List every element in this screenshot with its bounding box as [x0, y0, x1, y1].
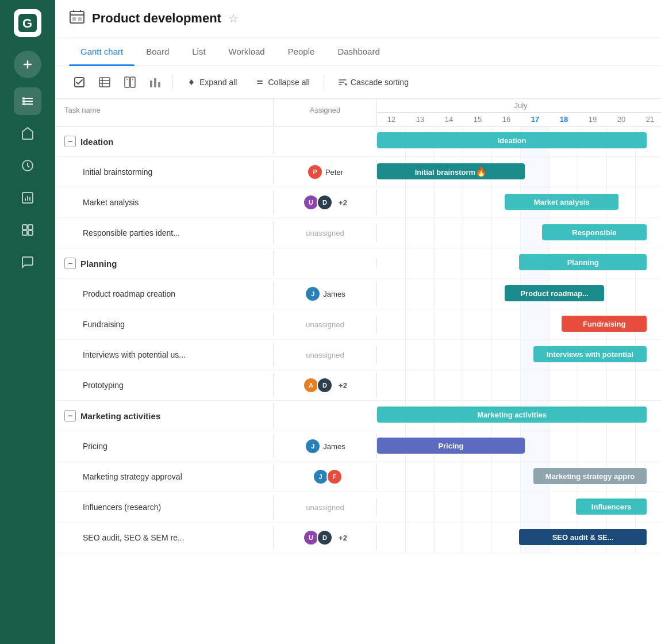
gantt-bar[interactable]: Market analysis — [505, 194, 618, 210]
assigned-cell: unassigned — [274, 224, 377, 242]
sidebar-item-reports[interactable] — [14, 184, 41, 212]
bar-label: Planning — [563, 258, 604, 267]
assignee-name: James — [323, 290, 345, 298]
task-name: Fundraising — [83, 320, 125, 329]
gantt-bar[interactable]: Fundraising — [562, 316, 647, 332]
sidebar-item-grid[interactable] — [14, 216, 41, 244]
timeline-row: Responsible — [377, 218, 661, 248]
day-col-15 — [463, 340, 492, 370]
gantt-body[interactable]: − Ideation Ideation Initial brainstormin… — [55, 126, 661, 644]
sidebar-item-home[interactable] — [14, 120, 41, 147]
bar-label: Product roadmap... — [516, 289, 593, 298]
timeline-row: Product roadmap... — [377, 279, 661, 309]
chart-icon-button[interactable] — [145, 72, 166, 93]
day-col-14 — [435, 340, 463, 370]
avatar: D — [317, 377, 333, 393]
month-label: July — [377, 99, 661, 113]
day-col-19 — [578, 157, 607, 187]
task-name: Marketing strategy approval — [83, 472, 182, 481]
unassigned-label: unassigned — [306, 229, 344, 237]
gantt-row: Marketing strategy approval JF Marketing… — [55, 462, 661, 492]
timeline-row: Marketing activities — [377, 401, 661, 431]
tab-dashboard[interactable]: Dashboard — [326, 37, 391, 66]
main-content: Product development ☆ Gantt chart Board … — [55, 0, 661, 644]
tab-workload[interactable]: Workload — [217, 37, 276, 66]
gantt-bar[interactable]: SEO audit & SE... — [519, 529, 647, 545]
assigned-cell: unassigned — [274, 346, 377, 364]
day-col-16 — [492, 218, 521, 248]
svg-rect-14 — [125, 77, 129, 87]
day-col-15 — [463, 370, 492, 400]
toolbar: Expand all Collapse all Cascade sorting — [55, 66, 661, 99]
task-cell: Responsible parties ident... — [55, 221, 274, 244]
gantt-view-icon-button[interactable] — [94, 72, 115, 93]
day-col-14 — [435, 462, 463, 492]
day-col-14 — [435, 187, 463, 217]
gantt-bar[interactable]: Product roadmap... — [505, 285, 604, 301]
gantt-bar[interactable]: Pricing — [377, 438, 525, 454]
gantt-row: Responsible parties ident... unassigned … — [55, 218, 661, 248]
assignee-name: James — [323, 442, 345, 451]
plus-badge: +2 — [339, 534, 347, 542]
collapse-all-button[interactable]: Collapse all — [248, 74, 316, 90]
day-col-19 — [578, 431, 607, 461]
collapse-marketing[interactable]: − — [64, 410, 76, 421]
day-col-13 — [406, 248, 435, 278]
task-cell: Influencers (research) — [55, 496, 274, 519]
cascade-sorting-button[interactable]: Cascade sorting — [331, 74, 416, 90]
favorite-icon[interactable]: ☆ — [228, 12, 239, 25]
day-col-20 — [607, 157, 636, 187]
gantt-bar[interactable]: Initial brainstorm🔥 — [377, 163, 525, 179]
gantt-bar[interactable]: Influencers — [576, 499, 647, 515]
add-button[interactable] — [14, 51, 41, 78]
task-cell: − Marketing activities — [55, 403, 274, 428]
gantt-bar[interactable]: Interviews with potential — [533, 346, 647, 362]
task-name: Initial brainstorming — [83, 167, 152, 177]
svg-rect-5 — [22, 225, 27, 229]
checkbox-icon-button[interactable] — [69, 72, 90, 93]
collapse-ideation[interactable]: − — [64, 136, 76, 147]
collapse-planning[interactable]: − — [64, 258, 76, 269]
tab-people[interactable]: People — [276, 37, 326, 66]
svg-rect-17 — [154, 78, 156, 87]
sidebar-item-time[interactable] — [14, 152, 41, 179]
timeline-row — [377, 370, 661, 400]
day-col-19 — [578, 370, 607, 400]
timeline-header: July 12131415161718192021 — [377, 99, 661, 126]
timeline-row: Fundraising — [377, 309, 661, 339]
timeline-row: Planning — [377, 248, 661, 278]
columns-icon-button[interactable] — [120, 72, 140, 93]
svg-rect-7 — [22, 231, 27, 235]
task-name: Responsible parties ident... — [83, 228, 180, 237]
tab-list[interactable]: List — [180, 37, 217, 66]
day-col-14 — [435, 248, 463, 278]
task-name: Prototyping — [83, 381, 124, 390]
task-cell: Prototyping — [55, 374, 274, 397]
day-col-12 — [377, 218, 406, 248]
gantt-bar[interactable]: Marketing activities — [377, 407, 647, 423]
day-col-14 — [435, 370, 463, 400]
day-grid — [377, 370, 661, 400]
gantt-bar[interactable]: Responsible — [542, 224, 647, 240]
gantt-bar[interactable]: Planning — [519, 254, 647, 270]
day-col-15 — [463, 523, 492, 553]
gantt-bar[interactable]: Marketing strategy appro — [533, 468, 647, 484]
gantt-row: − Planning Planning — [55, 248, 661, 279]
day-col-16 — [492, 248, 521, 278]
task-cell: Fundraising — [55, 313, 274, 336]
gantt-row: − Ideation Ideation — [55, 126, 661, 157]
assignee-name: Peter — [325, 168, 343, 177]
tab-gantt-chart[interactable]: Gantt chart — [69, 37, 134, 66]
app-logo[interactable]: G — [14, 9, 41, 37]
task-name: Product roadmap creation — [83, 289, 175, 298]
assigned-cell — [274, 411, 377, 420]
sidebar-item-chat[interactable] — [14, 248, 41, 276]
day-col-20 — [607, 279, 636, 309]
expand-all-button[interactable]: Expand all — [180, 74, 244, 90]
sidebar-item-projects[interactable] — [14, 87, 41, 115]
gantt-bar[interactable]: Ideation — [377, 132, 647, 148]
tab-bar: Gantt chart Board List Workload People D… — [55, 37, 661, 66]
day-col-13 — [406, 187, 435, 217]
tab-board[interactable]: Board — [134, 37, 180, 66]
assigned-cell: UD+2 — [274, 525, 377, 550]
